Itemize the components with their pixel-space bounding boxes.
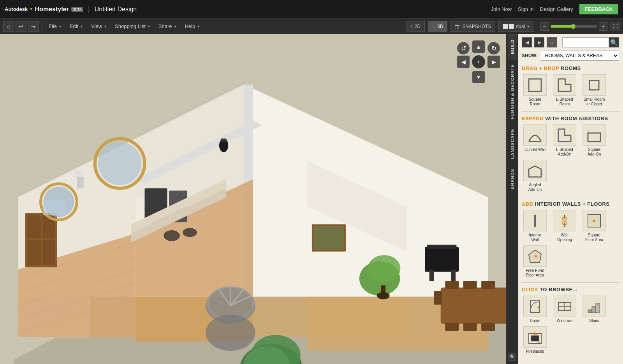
tab-furnish[interactable]: FURNISH & DECORATE <box>508 59 517 124</box>
dual-arrow: ▼ <box>526 24 530 28</box>
canvas-area[interactable]: ↺ ↻ ▲ ▼ ◀ ▶ ✛ <box>0 34 506 364</box>
fullscreen-button[interactable]: ⛶ <box>611 22 620 31</box>
zoom-thumb <box>571 24 575 29</box>
interior-wall-label: InteriorWall <box>529 233 541 242</box>
panel-forward-button[interactable]: ▶ <box>534 37 544 47</box>
share-menu[interactable]: Share ▼ <box>155 21 180 32</box>
zoom-in-icon: + <box>601 23 605 30</box>
svg-marker-70 <box>558 79 571 91</box>
view-menu-arrow: ▼ <box>104 24 107 28</box>
windows-card[interactable]: Windows <box>551 296 578 323</box>
view-mode-group: □ 2D ⬡ 3D 📷 SNAPSHOTS ⬜⬜ dual ▼ − + <box>407 21 620 32</box>
nav-center-button[interactable]: ✛ <box>472 55 485 68</box>
curved-wall-card[interactable]: Curved Wall <box>522 124 548 157</box>
stairs-card[interactable]: Stairs <box>581 296 607 323</box>
share-label: Share <box>158 23 172 29</box>
zoom-in-button[interactable]: + <box>599 22 607 31</box>
panel-search-button[interactable]: 🔍 <box>609 37 619 47</box>
free-form-floor-label: Free-FormFloor Area <box>526 268 544 278</box>
shopping-list-menu[interactable]: Shopping List ▼ <box>112 21 154 32</box>
feedback-button[interactable]: FEEDBACK <box>579 4 618 14</box>
show-select[interactable]: ROOMS, WALLS & AREAS FURNITURE ALL <box>541 51 619 61</box>
tab-brands[interactable]: BRANDS <box>508 164 517 194</box>
home-button[interactable]: ⌂ <box>3 21 14 32</box>
drag-drop-section-header: DRAG + DROP ROOMS <box>522 65 619 71</box>
file-menu[interactable]: File ▼ <box>46 21 65 32</box>
small-room-card[interactable]: Small Roomor Closet <box>581 74 607 107</box>
svg-rect-49 <box>425 247 459 272</box>
undo-button[interactable]: ↩ <box>16 21 26 32</box>
join-now-link[interactable]: Join Now <box>491 6 512 12</box>
square-room-card[interactable]: SquareRoom <box>522 74 548 107</box>
panel-home-button[interactable]: ⌂ <box>547 37 557 47</box>
undo-icon: ↩ <box>19 23 23 30</box>
browse-grid: Doors Windows <box>522 296 619 354</box>
wall-opening-card[interactable]: WallOpening <box>551 210 578 242</box>
snapshots-button[interactable]: 📷 SNAPSHOTS <box>451 21 495 32</box>
interior-wall-card[interactable]: InteriorWall <box>522 210 548 242</box>
svg-rect-22 <box>27 240 41 265</box>
side-search-button[interactable]: 🔍 <box>509 353 516 361</box>
pan-up-button[interactable]: ▲ <box>472 40 485 53</box>
svg-point-97 <box>597 303 598 305</box>
rotate-right-button[interactable]: ↻ <box>487 42 500 54</box>
tab-build[interactable]: BUILD <box>508 34 517 59</box>
svg-point-95 <box>589 310 590 311</box>
mode-3d-button[interactable]: ⬡ 3D <box>428 21 447 32</box>
square-floor-area-card[interactable]: SquareFloor Area <box>581 210 607 242</box>
edit-menu[interactable]: Edit ▼ <box>67 21 86 32</box>
svg-rect-67 <box>221 138 227 142</box>
angled-addon-card[interactable]: AngledAdd-On <box>522 160 548 192</box>
svg-rect-54 <box>445 281 459 289</box>
l-shaped-addon-card[interactable]: L-ShapedAdd-On <box>551 124 578 157</box>
square-room-label: SquareRoom <box>529 97 541 107</box>
panel-search-input[interactable] <box>562 37 609 47</box>
mode-2d-button[interactable]: □ 2D <box>407 21 425 32</box>
help-menu[interactable]: Help ▼ <box>181 21 203 32</box>
rotate-left-button[interactable]: ↺ <box>457 42 470 54</box>
navigation-control: ↺ ↻ ▲ ▼ ◀ ▶ ✛ <box>457 40 500 83</box>
square-room-shape <box>523 74 547 96</box>
file-menu-arrow: ▼ <box>58 24 62 28</box>
nav-center-icon: ✛ <box>477 60 480 64</box>
svg-rect-63 <box>314 226 344 250</box>
zoom-slider[interactable] <box>551 25 597 28</box>
svg-marker-73 <box>558 129 571 142</box>
dual-label: dual <box>516 24 525 29</box>
svg-point-91 <box>564 306 565 307</box>
redo-button[interactable]: ↪ <box>28 21 39 32</box>
view-menu[interactable]: View ▼ <box>88 21 110 32</box>
tab-landscape[interactable]: LANDSCAPE <box>508 124 517 163</box>
pan-down-button[interactable]: ▼ <box>472 71 485 83</box>
zoom-fill <box>551 25 572 28</box>
zoom-out-button[interactable]: − <box>540 22 549 31</box>
browse-suffix: TO BROWSE... <box>540 287 577 292</box>
vertical-tabs: BUILD FURNISH & DECORATE LANDSCAPE BRAND… <box>507 34 518 364</box>
interior-walls-prefix: ADD <box>522 201 533 207</box>
interior-walls-grid: InteriorWall WallOpening <box>522 210 619 278</box>
design-gallery-link[interactable]: Design Gallery <box>540 6 573 12</box>
square-addon-card[interactable]: SquareAdd-On <box>581 124 607 157</box>
l-shaped-room-card[interactable]: L-ShapedRoom <box>551 74 578 107</box>
drag-drop-prefix: DRAG + DROP <box>522 65 559 71</box>
2d-icon: □ <box>411 24 413 28</box>
windows-label: Windows <box>557 318 573 323</box>
free-form-floor-card[interactable]: Free-FormFloor Area <box>522 245 548 278</box>
fireplaces-card[interactable]: Fireplaces <box>522 326 548 354</box>
doors-card[interactable]: Doors <box>522 296 548 323</box>
shopping-list-label: Shopping List <box>115 23 146 29</box>
pan-left-button[interactable]: ◀ <box>457 56 470 68</box>
dual-button[interactable]: ⬜⬜ dual ▼ <box>498 21 534 32</box>
show-row: SHOW: ROOMS, WALLS & AREAS FURNITURE ALL <box>522 51 619 61</box>
pan-right-button[interactable]: ▶ <box>487 56 500 68</box>
sign-in-link[interactable]: Sign In <box>518 6 533 12</box>
panel-header: ◀ ▶ ⌂ 🔍 <box>522 37 619 47</box>
windows-shape <box>553 296 576 317</box>
panel-back-button[interactable]: ◀ <box>522 37 532 47</box>
svg-point-85 <box>535 255 537 257</box>
toolbar: ⌂ ↩ ↪ File ▼ Edit ▼ View ▼ Shopping List… <box>0 19 623 34</box>
top-bar: Autodesk • Homestyler BETA | Untitled De… <box>0 0 623 19</box>
svg-point-48 <box>377 292 390 299</box>
small-room-label: Small Roomor Closet <box>584 97 605 107</box>
svg-point-87 <box>537 306 539 308</box>
